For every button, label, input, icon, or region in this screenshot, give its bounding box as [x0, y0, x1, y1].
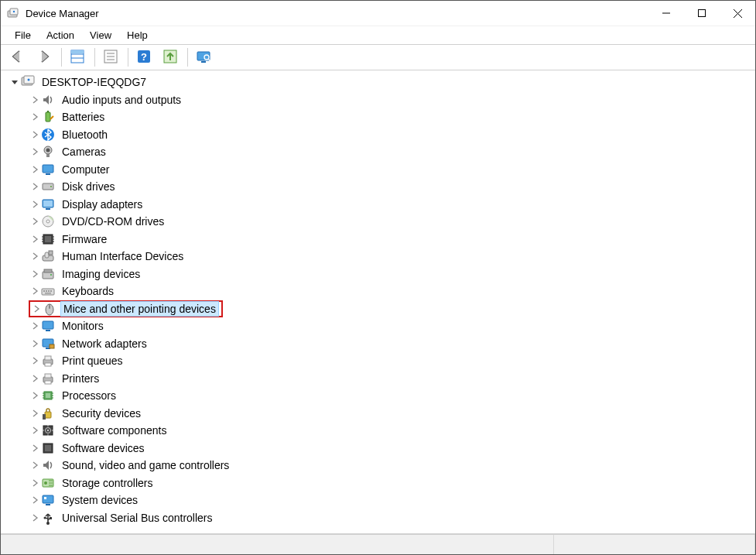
- svg-rect-72: [45, 374, 51, 378]
- tree-root[interactable]: DESKTOP-IEQQDG7: [5, 74, 755, 91]
- close-button[interactable]: [720, 1, 755, 26]
- tree-item-bluetooth[interactable]: Bluetooth: [5, 126, 755, 144]
- titlebar: Device Manager: [1, 1, 755, 26]
- tree-item-audio[interactable]: Audio inputs and outputs: [5, 91, 755, 109]
- tree-item-camera[interactable]: Cameras: [5, 143, 755, 161]
- menu-view[interactable]: View: [82, 28, 119, 43]
- toolbar-scan-button[interactable]: [191, 46, 216, 68]
- tree-item-label: Firmware: [60, 232, 109, 246]
- tree-item-printer[interactable]: Printers: [5, 370, 755, 388]
- chevron-right-icon[interactable]: [29, 111, 41, 123]
- chevron-right-icon[interactable]: [29, 94, 41, 106]
- toolbar-show-hidden-button[interactable]: [65, 46, 90, 68]
- chevron-right-icon[interactable]: [29, 337, 41, 350]
- chevron-right-icon[interactable]: [29, 250, 41, 262]
- tree-item-storage[interactable]: Storage controllers: [5, 474, 755, 492]
- svg-point-2: [13, 11, 15, 12]
- tree-item-battery[interactable]: Batteries: [5, 108, 755, 126]
- chevron-right-icon[interactable]: [29, 268, 41, 280]
- chevron-right-icon[interactable]: [29, 163, 41, 176]
- grid-blue-icon: [69, 48, 86, 67]
- chevron-right-icon[interactable]: [29, 389, 41, 402]
- tree-item-softcomp[interactable]: Software components: [5, 422, 755, 440]
- chevron-down-icon[interactable]: [9, 76, 21, 88]
- chevron-right-icon[interactable]: [29, 424, 41, 437]
- svg-rect-26: [47, 111, 49, 112]
- toolbar-separator: [94, 48, 95, 67]
- toolbar-back-button[interactable]: [5, 46, 30, 68]
- window: Device Manager File Action View Help ? D…: [0, 0, 756, 555]
- chevron-right-icon[interactable]: [29, 407, 41, 420]
- svg-rect-73: [45, 381, 51, 384]
- tree-item-label: DVD/CD-ROM drives: [60, 214, 166, 228]
- svg-rect-82: [45, 412, 51, 418]
- toolbar-update-driver-button[interactable]: [158, 46, 183, 68]
- chevron-right-icon[interactable]: [29, 128, 41, 141]
- tree-item-monitor[interactable]: Monitors: [5, 317, 755, 335]
- tree-item-keyboard[interactable]: Keyboards: [5, 283, 755, 300]
- svg-point-94: [46, 522, 50, 525]
- tree-item-display[interactable]: Display adapters: [5, 196, 755, 214]
- help-icon: ?: [135, 48, 152, 67]
- chevron-right-icon[interactable]: [29, 320, 41, 332]
- chevron-right-icon[interactable]: [29, 477, 41, 489]
- statusbar: [1, 534, 755, 554]
- tree-item-audio[interactable]: Sound, video and game controllers: [5, 457, 755, 474]
- chevron-right-icon[interactable]: [29, 512, 41, 524]
- tree-item-firmware[interactable]: Firmware: [5, 231, 755, 248]
- menu-help[interactable]: Help: [119, 28, 156, 43]
- tree-item-label: Computer: [60, 163, 111, 176]
- tree-item-network[interactable]: Network adapters: [5, 335, 755, 353]
- svg-rect-52: [44, 269, 52, 272]
- tree-item-usb[interactable]: Universal Serial Bus controllers: [5, 509, 755, 527]
- tree-item-monitor[interactable]: Computer: [5, 161, 755, 179]
- usb-icon: [41, 511, 55, 525]
- toolbar-separator: [187, 48, 188, 67]
- menu-file[interactable]: File: [7, 28, 39, 43]
- chevron-right-icon[interactable]: [29, 459, 41, 471]
- window-title: Device Manager: [26, 8, 648, 19]
- tree-item-softdev[interactable]: Software devices: [5, 440, 755, 457]
- tree-item-system[interactable]: System devices: [5, 492, 755, 509]
- toolbar-properties-button[interactable]: [98, 46, 123, 68]
- chevron-right-icon[interactable]: [29, 215, 41, 228]
- svg-point-39: [46, 220, 50, 223]
- toolbar-forward-button[interactable]: [32, 46, 56, 68]
- chevron-right-icon[interactable]: [29, 146, 41, 158]
- chevron-right-icon[interactable]: [29, 442, 41, 454]
- toolbar-separator: [61, 48, 62, 67]
- tree-item-mouse[interactable]: Mice and other pointing devices: [5, 300, 755, 318]
- chevron-right-icon[interactable]: [29, 233, 41, 245]
- chevron-right-icon[interactable]: [29, 198, 41, 211]
- chevron-right-icon[interactable]: [29, 180, 41, 193]
- chevron-right-icon[interactable]: [29, 355, 41, 367]
- camera-icon: [41, 145, 55, 159]
- tree-item-printer[interactable]: Print queues: [5, 352, 755, 370]
- arrow-right-icon: [36, 48, 53, 67]
- tree-item-disk[interactable]: Disk drives: [5, 178, 755, 196]
- svg-rect-64: [46, 330, 50, 331]
- chevron-right-icon[interactable]: [29, 285, 41, 297]
- svg-rect-37: [46, 208, 50, 210]
- chevron-right-icon[interactable]: [29, 372, 41, 385]
- menubar: File Action View Help: [1, 26, 755, 44]
- mouse-icon: [43, 302, 56, 316]
- menu-action[interactable]: Action: [39, 28, 82, 43]
- maximize-button[interactable]: [684, 1, 720, 26]
- tree-item-imaging[interactable]: Imaging devices: [5, 266, 755, 283]
- chevron-right-icon[interactable]: [30, 303, 43, 315]
- tree-item-security[interactable]: Security devices: [5, 405, 755, 423]
- svg-point-29: [46, 149, 50, 152]
- minimize-button[interactable]: [648, 1, 684, 26]
- tree-item-label: Bluetooth: [60, 128, 110, 142]
- svg-rect-75: [46, 393, 50, 398]
- tree-item-hid[interactable]: Human Interface Devices: [5, 248, 755, 266]
- device-tree[interactable]: DESKTOP-IEQQDG7Audio inputs and outputsB…: [1, 70, 755, 534]
- toolbar-help-button[interactable]: ?: [132, 46, 156, 68]
- tree-item-cpu[interactable]: Processors: [5, 387, 755, 405]
- system-icon: [41, 493, 55, 507]
- chevron-right-icon[interactable]: [29, 494, 41, 506]
- tree-item-dvd[interactable]: DVD/CD-ROM drives: [5, 213, 755, 231]
- monitor-icon: [41, 163, 55, 176]
- tree-item-label: Audio inputs and outputs: [60, 93, 183, 107]
